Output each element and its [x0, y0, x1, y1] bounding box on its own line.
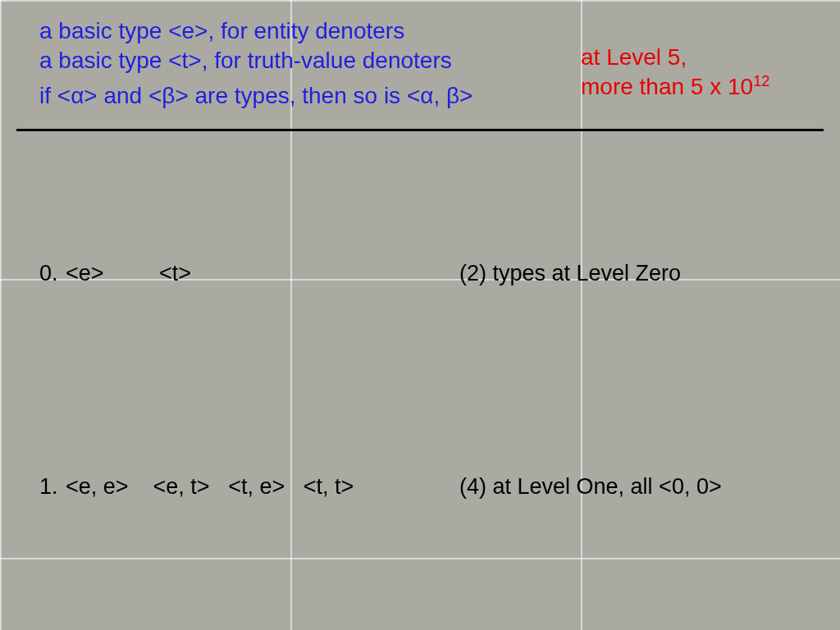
slide: a basic type <e>, for entity denoters a … [0, 0, 840, 630]
divider [16, 129, 824, 131]
red-note-line1: at Level 5, [581, 43, 769, 72]
level-1-row: 1.<e, e> <e, t> <t, e> <t, t> (4) at Lev… [39, 472, 812, 501]
header-block: a basic type <e>, for entity denoters a … [39, 16, 472, 111]
body-block: 0.<e> <t> (2) types at Level Zero 1.<e, … [39, 146, 812, 630]
header-line-1: a basic type <e>, for entity denoters [39, 16, 472, 46]
header-line-2: a basic type <t>, for truth-value denote… [39, 46, 472, 75]
red-note: at Level 5, more than 5 x 1012 [581, 43, 769, 103]
header-line-3: if <α> and <β> are types, then so is <α,… [39, 81, 472, 111]
level-0-note: (2) types at Level Zero [459, 259, 812, 288]
level-0-row: 0.<e> <t> (2) types at Level Zero [39, 259, 812, 288]
level-1-note: (4) at Level One, all <0, 0> [459, 472, 812, 501]
red-note-line2: more than 5 x 1012 [581, 72, 769, 103]
